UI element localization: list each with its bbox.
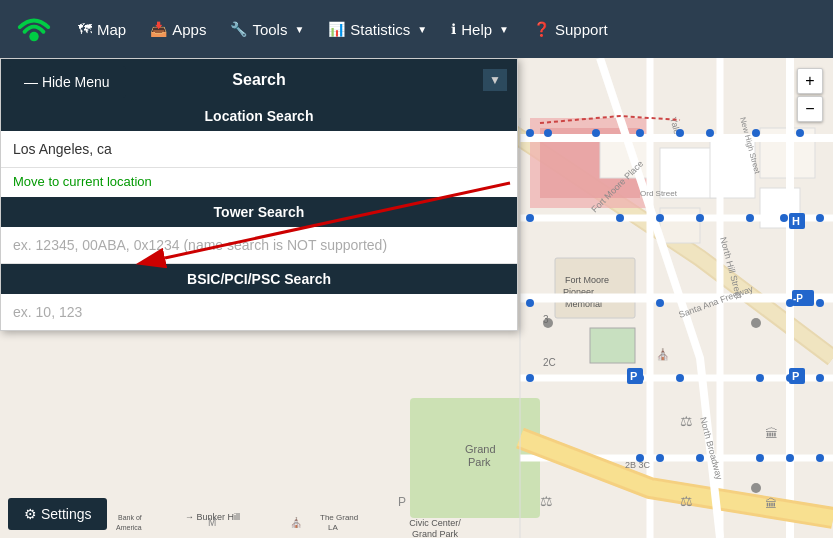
svg-text:2B 3C: 2B 3C bbox=[625, 460, 651, 470]
svg-point-51 bbox=[676, 129, 684, 137]
svg-point-76 bbox=[656, 454, 664, 462]
nav-statistics-label: Statistics bbox=[350, 21, 410, 38]
bsic-search-header: BSIC/PCI/PSC Search bbox=[1, 264, 517, 294]
help-icon: ℹ bbox=[451, 21, 456, 37]
svg-rect-26 bbox=[590, 328, 635, 363]
map-icon: 🗺 bbox=[78, 21, 92, 37]
svg-text:⚖: ⚖ bbox=[540, 493, 553, 509]
nav-support-label: Support bbox=[555, 21, 608, 38]
svg-point-52 bbox=[706, 129, 714, 137]
search-panel: Search ▼ Location Search Move to current… bbox=[0, 58, 518, 331]
svg-point-64 bbox=[656, 299, 664, 307]
tower-search-header: Tower Search bbox=[1, 197, 517, 227]
nav-help-label: Help bbox=[461, 21, 492, 38]
hide-menu-button[interactable]: — Hide Menu bbox=[8, 66, 126, 98]
svg-text:Civic Center/: Civic Center/ bbox=[409, 518, 461, 528]
svg-point-75 bbox=[696, 454, 704, 462]
svg-text:P: P bbox=[792, 370, 799, 382]
app-logo bbox=[12, 7, 56, 51]
svg-point-53 bbox=[752, 129, 760, 137]
svg-point-65 bbox=[526, 299, 534, 307]
svg-text:⚖: ⚖ bbox=[680, 413, 693, 429]
svg-point-61 bbox=[526, 214, 534, 222]
nav-statistics[interactable]: 📊 Statistics ▼ bbox=[318, 13, 437, 46]
hide-menu-label: — Hide Menu bbox=[24, 74, 110, 90]
svg-point-73 bbox=[786, 454, 794, 462]
svg-text:Fort Moore: Fort Moore bbox=[565, 275, 609, 285]
svg-text:Bank of: Bank of bbox=[118, 514, 142, 521]
navbar: 🗺 Map 📥 Apps 🔧 Tools ▼ 📊 Statistics ▼ ℹ … bbox=[0, 0, 833, 58]
svg-point-62 bbox=[816, 299, 824, 307]
svg-point-72 bbox=[816, 454, 824, 462]
tools-arrow-icon: ▼ bbox=[294, 24, 304, 35]
svg-point-60 bbox=[616, 214, 624, 222]
svg-point-47 bbox=[526, 129, 534, 137]
svg-text:Ord Street: Ord Street bbox=[640, 189, 678, 198]
svg-point-69 bbox=[676, 374, 684, 382]
svg-text:Grand Park: Grand Park bbox=[412, 529, 459, 538]
tower-search-input[interactable] bbox=[1, 227, 517, 264]
svg-point-88 bbox=[751, 483, 761, 493]
svg-text:Grand: Grand bbox=[465, 443, 496, 455]
svg-point-71 bbox=[526, 374, 534, 382]
current-location-link[interactable]: Move to current location bbox=[1, 168, 517, 197]
svg-text:America: America bbox=[116, 524, 142, 531]
nav-apps-label: Apps bbox=[172, 21, 206, 38]
bsic-search-input[interactable] bbox=[1, 294, 517, 330]
svg-point-0 bbox=[29, 32, 39, 41]
nav-apps[interactable]: 📥 Apps bbox=[140, 13, 216, 46]
svg-text:The Grand: The Grand bbox=[320, 513, 358, 522]
svg-point-77 bbox=[636, 454, 644, 462]
map-area: Grand Park Fort Moore Pioneer Memorial bbox=[0, 58, 833, 538]
svg-point-86 bbox=[543, 318, 553, 328]
svg-point-59 bbox=[656, 214, 664, 222]
svg-text:-P: -P bbox=[793, 293, 803, 304]
support-icon: ❓ bbox=[533, 21, 550, 37]
svg-text:⛪: ⛪ bbox=[656, 347, 670, 361]
statistics-arrow-icon: ▼ bbox=[417, 24, 427, 35]
svg-text:⛪: ⛪ bbox=[290, 516, 303, 529]
svg-text:⚖: ⚖ bbox=[680, 493, 693, 509]
svg-point-58 bbox=[696, 214, 704, 222]
svg-text:2C: 2C bbox=[543, 357, 556, 368]
svg-text:LA: LA bbox=[328, 523, 338, 532]
svg-rect-9 bbox=[660, 208, 700, 243]
svg-text:P: P bbox=[630, 370, 637, 382]
svg-point-74 bbox=[756, 454, 764, 462]
svg-point-68 bbox=[756, 374, 764, 382]
zoom-in-button[interactable]: + bbox=[797, 68, 823, 94]
svg-text:Park: Park bbox=[468, 456, 491, 468]
svg-text:P: P bbox=[398, 495, 406, 509]
search-toggle-button[interactable]: ▼ bbox=[483, 69, 507, 91]
svg-text:M: M bbox=[208, 517, 216, 528]
zoom-out-button[interactable]: − bbox=[797, 96, 823, 122]
nav-support[interactable]: ❓ Support bbox=[523, 13, 618, 46]
help-arrow-icon: ▼ bbox=[499, 24, 509, 35]
svg-point-56 bbox=[780, 214, 788, 222]
settings-label: ⚙ Settings bbox=[24, 506, 91, 522]
location-search-header: Location Search bbox=[1, 101, 517, 131]
nav-tools-label: Tools bbox=[252, 21, 287, 38]
svg-point-54 bbox=[796, 129, 804, 137]
nav-map-label: Map bbox=[97, 21, 126, 38]
svg-point-57 bbox=[746, 214, 754, 222]
svg-text:🏛: 🏛 bbox=[765, 426, 778, 441]
location-search-input[interactable] bbox=[1, 131, 517, 168]
svg-point-48 bbox=[544, 129, 552, 137]
nav-help[interactable]: ℹ Help ▼ bbox=[441, 13, 519, 46]
tools-icon: 🔧 bbox=[230, 21, 247, 37]
svg-point-55 bbox=[816, 214, 824, 222]
svg-point-50 bbox=[636, 129, 644, 137]
svg-point-87 bbox=[751, 318, 761, 328]
nav-tools[interactable]: 🔧 Tools ▼ bbox=[220, 13, 314, 46]
svg-point-66 bbox=[816, 374, 824, 382]
nav-map[interactable]: 🗺 Map bbox=[68, 13, 136, 46]
svg-point-49 bbox=[592, 129, 600, 137]
map-zoom-controls: + − bbox=[797, 68, 823, 122]
apps-icon: 📥 bbox=[150, 21, 167, 37]
svg-text:🏛: 🏛 bbox=[765, 497, 777, 511]
svg-text:H: H bbox=[792, 215, 800, 227]
statistics-icon: 📊 bbox=[328, 21, 345, 37]
settings-button[interactable]: ⚙ Settings bbox=[8, 498, 107, 530]
